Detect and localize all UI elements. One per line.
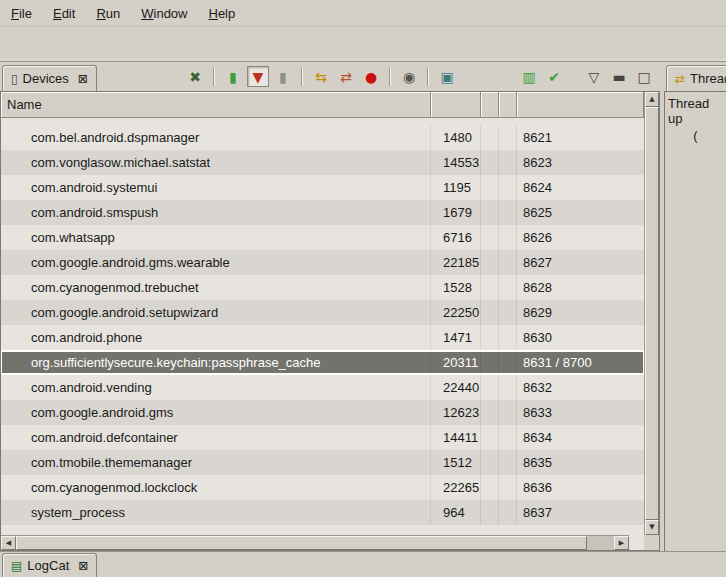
cell-empty (481, 250, 499, 275)
horizontal-scrollbar-thumb[interactable] (16, 536, 587, 550)
device-row[interactable]: com.google.android.gms126238633 (1, 400, 644, 425)
minimize-icon[interactable]: ▬ (608, 66, 630, 87)
threads-icon: ⇄ (675, 72, 685, 86)
cause-gc-icon[interactable]: ▮ (272, 66, 294, 87)
cell-empty (499, 325, 517, 350)
cell-name: com.google.android.setupwizard (1, 300, 431, 325)
cell-empty (499, 375, 517, 400)
column-header-port[interactable] (517, 92, 644, 118)
device-row[interactable]: com.android.vending224408632 (1, 375, 644, 400)
device-row[interactable]: com.android.defcontainer144118634 (1, 425, 644, 450)
system-information-icon[interactable]: ▥ (518, 66, 540, 87)
scroll-up-icon[interactable]: ▲ (645, 92, 659, 107)
view-menu-icon[interactable]: ▽ (583, 66, 605, 87)
scrollbar-corner (644, 535, 659, 550)
menu-edit[interactable]: Edit (53, 6, 75, 21)
device-row[interactable]: com.google.android.gms.wearable221858627 (1, 250, 644, 275)
scroll-down-icon[interactable]: ▼ (645, 520, 659, 535)
threads-message-line2: ( (668, 126, 723, 143)
cell-name: com.cyanogenmod.lockclock (1, 475, 431, 500)
dump-hprof-icon[interactable]: ▼ (247, 66, 269, 87)
menu-run[interactable]: Run (96, 6, 120, 21)
device-row[interactable]: com.cyanogenmod.trebuchet15288628 (1, 275, 644, 300)
tab-threads[interactable]: ⇄ Threads (666, 65, 726, 91)
workbench-area: ▯ Devices ⊠ ✖▮▼▮⇆⇄●◉▣▥✔▽▬□ Name (0, 62, 726, 551)
cell-empty (481, 225, 499, 250)
tab-logcat-label: LogCat (27, 558, 69, 573)
cell-name: com.tmobile.thememanager (1, 450, 431, 475)
close-icon[interactable]: ⊠ (78, 72, 88, 86)
cell-port: 8630 (517, 325, 644, 350)
update-heap-icon[interactable]: ▮ (222, 66, 244, 87)
horizontal-scrollbar[interactable]: ◀ ▶ (1, 535, 629, 550)
cell-port: 8635 (517, 450, 644, 475)
bottom-tab-bar: ▤ LogCat ⊠ (0, 551, 726, 577)
column-header-pid[interactable] (431, 92, 481, 118)
toolbar-separator (389, 68, 391, 86)
cell-name: com.cyanogenmod.trebuchet (1, 275, 431, 300)
cell-pid: 22265 (431, 475, 481, 500)
tab-threads-label: Threads (690, 71, 726, 86)
menu-help[interactable]: Help (208, 6, 235, 21)
menu-window[interactable]: Window (141, 6, 187, 21)
cell-empty (481, 352, 499, 373)
table-header-row: Name (1, 92, 644, 118)
cell-pid: 1512 (431, 450, 481, 475)
scroll-right-icon[interactable]: ▶ (614, 536, 629, 550)
scroll-left-icon[interactable]: ◀ (1, 536, 16, 550)
logcat-icon: ▤ (11, 559, 22, 573)
device-row[interactable]: org.sufficientlysecure.keychain:passphra… (1, 350, 644, 375)
cell-empty (481, 475, 499, 500)
toolbar-separator (301, 68, 303, 86)
device-row[interactable]: com.android.phone14718630 (1, 325, 644, 350)
screen-capture-icon[interactable]: ◉ (398, 66, 420, 87)
update-threads-icon[interactable]: ⇆ (310, 66, 332, 87)
menu-bar: File Edit Run Window Help (0, 0, 726, 27)
device-row[interactable]: com.google.android.setupwizard222508629 (1, 300, 644, 325)
cell-empty (481, 150, 499, 175)
cell-pid: 1195 (431, 175, 481, 200)
tab-devices-label: Devices (23, 71, 69, 86)
stop-process-icon[interactable]: ● (360, 66, 382, 87)
device-row[interactable]: com.vonglasow.michael.satstat145538623 (1, 150, 644, 175)
cell-port: 8623 (517, 150, 644, 175)
debug-process-icon[interactable]: ✖ (184, 66, 206, 87)
vertical-scrollbar[interactable]: ▲ ▼ (644, 92, 659, 535)
cell-empty (499, 400, 517, 425)
cell-empty (499, 150, 517, 175)
cell-pid: 22440 (431, 375, 481, 400)
cell-name: com.google.android.gms (1, 400, 431, 425)
tab-logcat[interactable]: ▤ LogCat ⊠ (2, 553, 97, 577)
device-row[interactable]: com.android.systemui11958624 (1, 175, 644, 200)
device-row[interactable]: com.tmobile.thememanager15128635 (1, 450, 644, 475)
vertical-scrollbar-thumb[interactable] (645, 107, 659, 520)
cell-empty (499, 200, 517, 225)
device-row[interactable]: com.bel.android.dspmanager14808621 (1, 125, 644, 150)
device-row[interactable]: com.cyanogenmod.lockclock222658636 (1, 475, 644, 500)
close-icon[interactable]: ⊠ (78, 559, 88, 573)
screen-record-icon[interactable]: ▣ (436, 66, 458, 87)
device-row[interactable]: com.whatsapp67168626 (1, 225, 644, 250)
cell-empty (481, 275, 499, 300)
cell-pid: 1528 (431, 275, 481, 300)
menu-file[interactable]: File (11, 6, 32, 21)
device-row[interactable]: system_process9648637 (1, 500, 644, 525)
thread-dump-icon[interactable]: ⇄ (335, 66, 357, 87)
method-profiling-icon[interactable]: ✔ (543, 66, 565, 87)
toolbar-separator (213, 68, 215, 86)
cell-pid: 6716 (431, 225, 481, 250)
cell-pid: 964 (431, 500, 481, 525)
cell-port: 8628 (517, 275, 644, 300)
cell-port: 8629 (517, 300, 644, 325)
cell-pid: 14553 (431, 150, 481, 175)
cell-empty (499, 475, 517, 500)
maximize-icon[interactable]: □ (633, 66, 655, 87)
cell-name: org.sufficientlysecure.keychain:passphra… (1, 352, 431, 373)
tab-devices[interactable]: ▯ Devices ⊠ (2, 65, 97, 91)
cell-empty (481, 325, 499, 350)
cell-empty (481, 450, 499, 475)
column-header-name[interactable]: Name (1, 92, 431, 118)
cell-pid: 1679 (431, 200, 481, 225)
device-row[interactable]: com.android.smspush16798625 (1, 200, 644, 225)
cell-port: 8625 (517, 200, 644, 225)
